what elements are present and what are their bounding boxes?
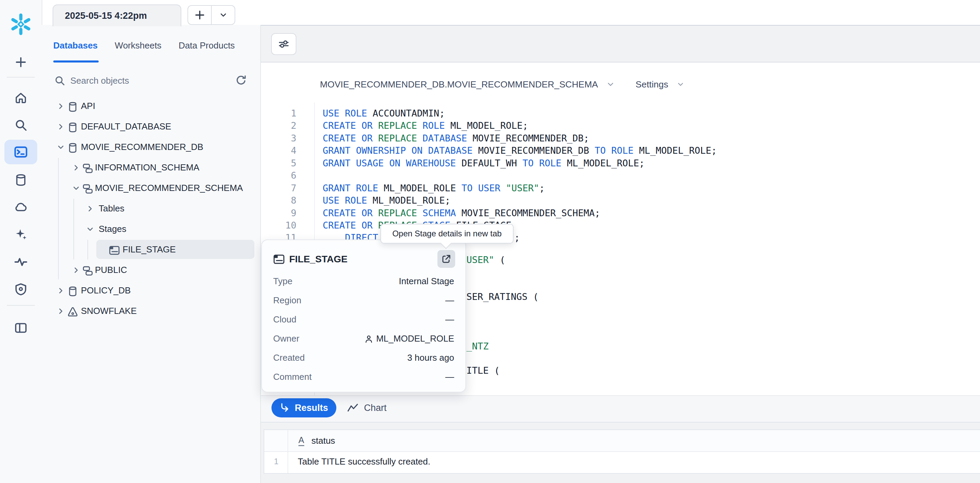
popover-row-value: — — [445, 371, 454, 382]
results-tab-button[interactable]: Results — [272, 398, 336, 418]
tree-item-label: Tables — [99, 203, 124, 214]
tree-item-policy_db[interactable]: POLICY_DB — [42, 281, 261, 301]
code-fragment: _NTZ — [466, 340, 488, 352]
database-schema-selector[interactable]: MOVIE_RECOMMENDER_DB.MOVIE_RECOMMENDER_S… — [320, 79, 598, 90]
popover-row-label: Comment — [273, 371, 312, 382]
chevron-down-icon — [676, 80, 685, 88]
sql-editor[interactable]: USE ROLE ACCOUNTADMIN;CREATE OR REPLACE … — [323, 107, 717, 244]
tree-item-file_stage[interactable]: FILE_STAGE — [42, 239, 261, 260]
code-line: GRANT OWNERSHIP ON DATABASE MOVIE_RECOMM… — [323, 145, 717, 157]
tree-item-api[interactable]: API — [42, 96, 261, 116]
worksheet-list-dropdown[interactable] — [211, 6, 235, 24]
tree-item-public[interactable]: PUBLIC — [42, 260, 261, 281]
tree-item-label: SNOWFLAKE — [81, 306, 137, 316]
chevron-right-icon[interactable] — [56, 122, 65, 131]
tree-guide-line — [88, 240, 88, 260]
table-cell-status[interactable]: Table TITLE successfully created. — [298, 456, 430, 467]
popover-row-value: 3 hours ago — [407, 352, 454, 363]
rail-plus-icon[interactable] — [5, 50, 37, 75]
chevron-right-icon[interactable] — [86, 204, 95, 213]
snowsight-app: 2025-05-15 4:22pm DatabasesWorksheetsDat… — [0, 0, 980, 483]
tree-item-movie_recommender_db[interactable]: MOVIE_RECOMMENDER_DB — [42, 137, 261, 158]
snowflake-icon — [67, 306, 78, 318]
rail-activity-icon[interactable] — [5, 250, 37, 274]
chevron-right-icon[interactable] — [56, 102, 65, 111]
results-table-header[interactable] — [264, 430, 980, 452]
code-line: GRANT USAGE ON WAREHOUSE DEFAULT_WH TO R… — [323, 157, 717, 169]
line-number: 8 — [261, 194, 296, 207]
tree-item-label: INFORMATION_SCHEMA — [95, 162, 199, 173]
db-icon — [67, 285, 78, 297]
line-number: 7 — [261, 182, 296, 194]
code-fragment: SER_RATINGS ( — [466, 291, 538, 303]
results-table: A status 1 Table TITLE successfully crea… — [264, 429, 980, 474]
rail-panels-icon[interactable] — [5, 316, 37, 340]
chevron-down-icon[interactable] — [86, 225, 95, 234]
tree-item-information_schema[interactable]: INFORMATION_SCHEMA — [42, 158, 261, 178]
new-worksheet-button[interactable] — [188, 6, 211, 24]
popover-row-cloud: Cloud— — [262, 310, 465, 329]
worksheet-context-bar: MOVIE_RECOMMENDER_DB.MOVIE_RECOMMENDER_S… — [320, 77, 685, 92]
results-arrow-icon — [280, 403, 290, 413]
rail-ai-icon[interactable] — [5, 222, 37, 247]
tree-item-stages[interactable]: Stages — [42, 219, 261, 239]
code-line: USE ROLE ML_MODEL_ROLE; — [323, 194, 717, 207]
tree-guide-line — [73, 199, 74, 260]
tree-item-default_database[interactable]: DEFAULT_DATABASE — [42, 116, 261, 137]
chevron-right-icon[interactable] — [56, 286, 65, 295]
tab-actions — [188, 5, 235, 25]
rail-projects-icon[interactable] — [5, 140, 37, 164]
sidebar-tab-worksheets[interactable]: Worksheets — [115, 35, 162, 56]
code-fragment: USER" ( — [466, 254, 505, 266]
chevron-down-icon[interactable] — [72, 184, 81, 193]
search-input[interactable]: Search objects — [70, 75, 129, 86]
refresh-icon[interactable] — [235, 74, 247, 86]
db-icon — [67, 121, 78, 133]
stage-icon — [273, 253, 285, 265]
popover-row-value: Internal Stage — [399, 276, 454, 287]
rail-search-icon[interactable] — [5, 113, 37, 137]
row-number-column — [264, 430, 288, 473]
popover-row-owner: OwnerML_MODEL_ROLE — [262, 329, 465, 348]
chevron-down-icon — [606, 80, 615, 89]
status-column-header[interactable]: status — [312, 435, 335, 446]
chevron-right-icon[interactable] — [56, 307, 65, 316]
text-type-icon: A — [298, 435, 304, 446]
rail-governance-icon[interactable] — [5, 277, 37, 301]
popover-row-label: Owner — [273, 333, 299, 344]
popover-row-type: TypeInternal Stage — [262, 272, 465, 291]
chevron-right-icon[interactable] — [72, 266, 81, 275]
sidebar-tab-data-products[interactable]: Data Products — [178, 35, 235, 56]
db-icon — [67, 101, 78, 113]
tree-item-label: POLICY_DB — [81, 285, 131, 296]
worksheet-tab-title: 2025-05-15 4:22pm — [65, 11, 147, 21]
line-number: 9 — [261, 207, 296, 219]
popover-row-value: — — [445, 314, 454, 325]
line-number: 2 — [261, 120, 296, 132]
sidebar-tab-databases[interactable]: Databases — [53, 35, 98, 56]
tree-item-label: DEFAULT_DATABASE — [81, 121, 171, 132]
tree-item-movie_recommender_schema[interactable]: MOVIE_RECOMMENDER_SCHEMA — [42, 178, 261, 198]
tree-item-snowflake[interactable]: SNOWFLAKE — [42, 301, 261, 322]
worksheet-tab[interactable]: 2025-05-15 4:22pm — [52, 5, 181, 26]
popover-title: FILE_STAGE — [289, 254, 348, 265]
chevron-right-icon[interactable] — [72, 163, 81, 172]
rail-cloud-icon[interactable] — [5, 195, 37, 219]
left-rail — [0, 0, 42, 483]
tree-item-tables[interactable]: Tables — [42, 198, 261, 219]
popover-row-region: Region— — [262, 291, 465, 310]
popover-row-created: Created3 hours ago — [262, 348, 465, 368]
tree-item-label: Stages — [99, 224, 126, 234]
code-line — [323, 169, 717, 182]
code-fragment: ITLE ( — [466, 365, 500, 377]
person-icon — [364, 334, 374, 344]
rail-data-icon[interactable] — [5, 168, 37, 192]
settings-dropdown[interactable]: Settings — [635, 79, 668, 90]
rail-home-icon[interactable] — [5, 86, 37, 110]
line-number: 5 — [261, 157, 296, 169]
tree-item-label: MOVIE_RECOMMENDER_SCHEMA — [95, 183, 243, 193]
chevron-down-icon[interactable] — [56, 143, 65, 151]
chart-tab-button[interactable]: Chart — [347, 398, 387, 418]
open-stage-details-button[interactable] — [438, 250, 455, 268]
worksheet-display-options-button[interactable] — [271, 33, 296, 55]
